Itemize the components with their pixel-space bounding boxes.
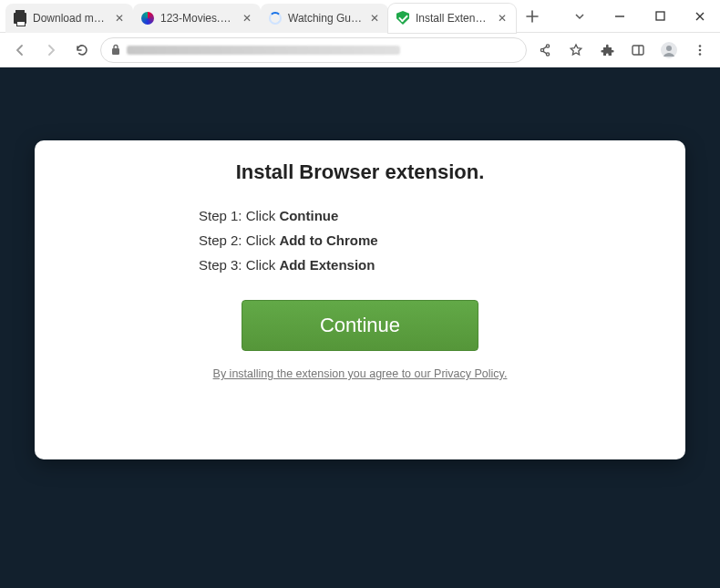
svg-point-7 <box>666 46 672 51</box>
123-icon <box>140 11 155 26</box>
tabs-strip: Download music✕123-Movies.com✕Watching G… <box>0 0 516 32</box>
address-bar[interactable] <box>100 37 527 63</box>
step-row: Step 1: Click Continue <box>199 208 663 223</box>
share-icon[interactable] <box>532 37 558 63</box>
step-row: Step 2: Click Add to Chrome <box>199 232 663 248</box>
toolbar <box>0 33 720 67</box>
close-icon[interactable]: ✕ <box>113 12 126 25</box>
window-minimize-button[interactable] <box>600 0 640 33</box>
kebab-menu-icon[interactable] <box>687 37 713 63</box>
forward-button[interactable] <box>38 37 64 63</box>
svg-point-4 <box>540 48 543 51</box>
reload-button[interactable] <box>69 37 95 63</box>
profile-avatar-icon[interactable] <box>656 37 682 63</box>
tab-1[interactable]: 123-Movies.com✕ <box>133 4 261 33</box>
window-controls <box>560 0 720 32</box>
tab-label: Watching Guille <box>288 12 363 25</box>
shield-icon <box>396 11 410 26</box>
tab-label: Download music <box>33 12 108 25</box>
tab-2[interactable]: Watching Guille✕ <box>261 4 388 33</box>
tab-label: Install Extension <box>416 12 490 25</box>
svg-rect-0 <box>656 12 664 20</box>
privacy-policy-link[interactable]: By installing the extension you agree to… <box>57 367 663 380</box>
window-maximize-button[interactable] <box>640 0 680 33</box>
close-icon[interactable]: ✕ <box>496 12 509 25</box>
svg-point-9 <box>699 48 702 51</box>
install-card: Install Browser extension. Step 1: Click… <box>35 140 685 459</box>
svg-rect-1 <box>112 48 119 55</box>
bookmark-star-icon[interactable] <box>563 37 589 63</box>
close-icon[interactable]: ✕ <box>241 12 253 25</box>
printer-icon <box>13 11 27 26</box>
continue-button[interactable]: Continue <box>242 300 478 351</box>
close-icon[interactable]: ✕ <box>368 12 381 25</box>
window-close-button[interactable] <box>680 0 720 33</box>
extensions-puzzle-icon[interactable] <box>594 37 620 63</box>
url-text-redacted <box>127 46 400 55</box>
card-title: Install Browser extension. <box>57 160 663 184</box>
steps-list: Step 1: Click Continue Step 2: Click Add… <box>199 208 663 273</box>
tab-3[interactable]: Install Extension✕ <box>388 4 516 33</box>
sidepanel-icon[interactable] <box>625 37 651 63</box>
new-tab-button[interactable] <box>519 4 545 29</box>
spin-icon <box>268 11 283 26</box>
tab-0[interactable]: Download music✕ <box>5 4 133 33</box>
tab-label: 123-Movies.com <box>160 12 235 25</box>
step-row: Step 3: Click Add Extension <box>199 257 663 273</box>
back-button[interactable] <box>7 37 33 63</box>
svg-point-2 <box>546 44 549 46</box>
window-chevdown-button[interactable] <box>560 0 600 33</box>
lock-icon <box>110 44 121 56</box>
svg-point-3 <box>546 52 549 55</box>
page-viewport: rc.com Install Browser extension. Step 1… <box>0 67 720 588</box>
svg-rect-5 <box>633 46 643 55</box>
svg-point-10 <box>699 53 702 56</box>
svg-point-8 <box>699 45 702 47</box>
titlebar: Download music✕123-Movies.com✕Watching G… <box>0 0 720 33</box>
